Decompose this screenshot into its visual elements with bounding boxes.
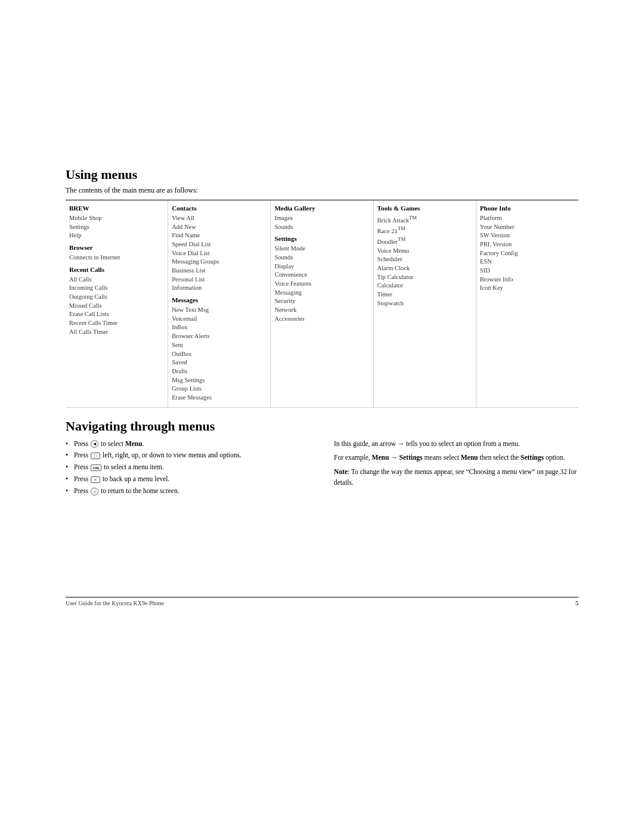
- contacts-item-information: Information: [172, 284, 265, 293]
- settings-item-display: Display: [274, 262, 368, 271]
- menu-icon: ◄: [91, 440, 98, 448]
- media-gallery-item-sounds: Sounds: [274, 223, 368, 232]
- tools-item-race21: Race 21TM: [377, 225, 471, 236]
- messages-item-sent: Sent: [172, 341, 265, 350]
- phone-info-item-icon-key: Icon Key: [480, 284, 574, 293]
- messages-item-msg-settings: Msg Settings: [172, 376, 265, 385]
- messages-item-erase: Erase Messages: [172, 394, 265, 402]
- settings-item-sounds: Sounds: [274, 253, 368, 262]
- nav-right: In this guide, an arrow → tells you to s…: [334, 439, 578, 498]
- phone-info-header: Phone Info: [480, 204, 574, 213]
- settings-item-convenience: Convenience: [274, 271, 368, 280]
- settings-item-accessories: Accessories: [274, 315, 368, 324]
- recent-calls-item-erase: Erase Call Lists: [69, 310, 163, 319]
- home-icon: ⌂: [91, 488, 98, 496]
- section-intro: The contents of the main menu are as fol…: [66, 186, 578, 195]
- tools-item-brick-attack: Brick AttackTM: [377, 214, 471, 225]
- col-media-gallery: Media Gallery Images Sounds Settings Sil…: [271, 200, 373, 407]
- nav-right-note: Note: To change the way the menus appear…: [334, 467, 578, 488]
- recent-calls-header: Recent Calls: [69, 265, 163, 275]
- bullet-item-home: Press ⌂ to return to the home screen.: [66, 486, 310, 497]
- navigating-menus-title: Navigating through menus: [66, 419, 578, 434]
- tools-item-alarm-clock: Alarm Clock: [377, 264, 471, 273]
- ok-icon: OK: [91, 465, 101, 471]
- col-tools-games: Tools & Games Brick AttackTM Race 21TM D…: [374, 200, 476, 407]
- browser-item-connects: Connects to Internet: [69, 253, 163, 262]
- recent-calls-item-timer: Recent Calls Timer: [69, 319, 163, 328]
- messages-header: Messages: [172, 296, 265, 305]
- media-gallery-item-images: Images: [274, 214, 368, 223]
- page-footer: User Guide for the Kyocera KX9e Phone 5: [66, 597, 578, 606]
- bullet-item-back: Press ≡ to back up a menu level.: [66, 474, 310, 485]
- settings-item-voice-features: Voice Features: [274, 280, 368, 289]
- tools-item-scheduler: Scheduler: [377, 255, 471, 264]
- footer-left-text: User Guide for the Kyocera KX9e Phone: [66, 600, 164, 606]
- messages-item-new-text: New Text Msg: [172, 306, 265, 315]
- messages-item-inbox: InBox: [172, 323, 265, 332]
- content-area: Using menus The contents of the main men…: [0, 167, 644, 498]
- phone-info-item-sw-version: SW Version: [480, 231, 574, 240]
- recent-calls-item-all-timer: All Calls Timer: [69, 328, 163, 337]
- messages-item-voicemail: Voicemail: [172, 315, 265, 324]
- contacts-item-speed-dial: Speed Dial List: [172, 240, 265, 249]
- messages-item-group-lists: Group Lists: [172, 385, 265, 394]
- messages-item-outbox: OutBox: [172, 350, 265, 359]
- phone-info-item-platform: Platform: [480, 214, 574, 223]
- col-brew: BREW Mobile Shop Settings Help Browser C…: [66, 200, 168, 407]
- tools-item-timer: Timer: [377, 290, 471, 299]
- recent-calls-item-incoming: Incoming Calls: [69, 284, 163, 293]
- recent-calls-item-missed: Missed Calls: [69, 302, 163, 311]
- contacts-item-business-list: Business List: [172, 267, 265, 275]
- messages-item-saved: Saved: [172, 358, 265, 367]
- browser-header: Browser: [69, 243, 163, 253]
- settings-item-silent-mode: Silent Mode: [274, 244, 368, 253]
- col-phone-info: Phone Info Platform Your Number SW Versi…: [476, 200, 578, 407]
- page-container: Using menus The contents of the main men…: [0, 0, 644, 833]
- phone-info-item-sid: SID: [480, 267, 574, 275]
- back-icon: ≡: [91, 476, 100, 483]
- brew-item-help: Help: [69, 231, 163, 240]
- settings-header: Settings: [274, 234, 368, 244]
- nav-right-para2: For example, Menu → Settings means selec…: [334, 453, 578, 463]
- contacts-item-add-new: Add New: [172, 223, 265, 232]
- contacts-header: Contacts: [172, 204, 265, 213]
- contacts-item-view-all: View All: [172, 214, 265, 223]
- tools-item-tip-calculator: Tip Calculator: [377, 273, 471, 282]
- tools-item-calculator: Calculator: [377, 281, 471, 290]
- bullet-list: Press ◄ to select Menu. Press ⎕ left, ri…: [66, 439, 310, 497]
- brew-item-mobile-shop: Mobile Shop: [69, 214, 163, 223]
- settings-item-network: Network: [274, 306, 368, 315]
- recent-calls-item-outgoing: Outgoing Calls: [69, 293, 163, 302]
- contacts-item-find-name: Find Name: [172, 231, 265, 240]
- brew-item-settings: Settings: [69, 223, 163, 232]
- tools-item-voice-memo: Voice Memo: [377, 247, 471, 256]
- tools-item-doodler: DoodlerTM: [377, 236, 471, 246]
- menu-table: BREW Mobile Shop Settings Help Browser C…: [66, 200, 578, 408]
- contacts-item-personal-list: Personal List: [172, 275, 265, 284]
- messages-item-browser-alerts: Browser Alerts: [172, 332, 265, 341]
- top-white-space: [0, 0, 644, 167]
- media-gallery-header: Media Gallery: [274, 204, 368, 213]
- nav-content: Press ◄ to select Menu. Press ⎕ left, ri…: [66, 439, 578, 498]
- nav-right-para1: In this guide, an arrow → tells you to s…: [334, 439, 578, 450]
- settings-item-security: Security: [274, 297, 368, 306]
- messages-item-drafts: Drafts: [172, 367, 265, 376]
- phone-info-item-your-number: Your Number: [480, 223, 574, 232]
- contacts-item-messaging-groups: Messaging Groups: [172, 258, 265, 267]
- phone-info-item-factory-config: Factory Config: [480, 249, 574, 258]
- nav-left: Press ◄ to select Menu. Press ⎕ left, ri…: [66, 439, 310, 498]
- nav-icon: ⎕: [91, 453, 100, 459]
- col-contacts: Contacts View All Add New Find Name Spee…: [168, 200, 271, 407]
- tools-item-stopwatch: Stopwatch: [377, 299, 471, 308]
- recent-calls-item-all: All Calls: [69, 275, 163, 284]
- footer-page-number: 5: [575, 600, 578, 606]
- phone-info-item-esn: ESN: [480, 258, 574, 267]
- brew-header: BREW: [69, 204, 163, 213]
- phone-info-item-browser-info: Browser Info: [480, 275, 574, 284]
- tools-games-header: Tools & Games: [377, 204, 471, 213]
- using-menus-title: Using menus: [66, 167, 578, 182]
- contacts-item-voice-dial: Voice Dial List: [172, 249, 265, 258]
- bullet-item-navigate: Press ⎕ left, right, up, or down to view…: [66, 450, 310, 461]
- phone-info-item-prl-version: PRL Version: [480, 240, 574, 249]
- bullet-item-ok: Press OK to select a menu item.: [66, 462, 310, 473]
